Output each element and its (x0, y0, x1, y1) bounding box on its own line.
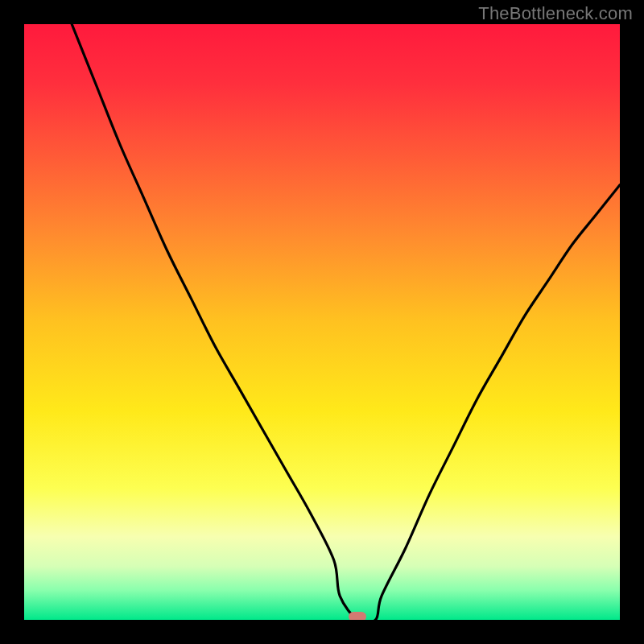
optimal-point-marker (349, 612, 366, 620)
watermark-text: TheBottleneck.com (478, 3, 633, 24)
chart-frame: TheBottleneck.com (0, 0, 644, 644)
chart-curve (24, 24, 620, 620)
chart-plot-area (24, 24, 620, 620)
